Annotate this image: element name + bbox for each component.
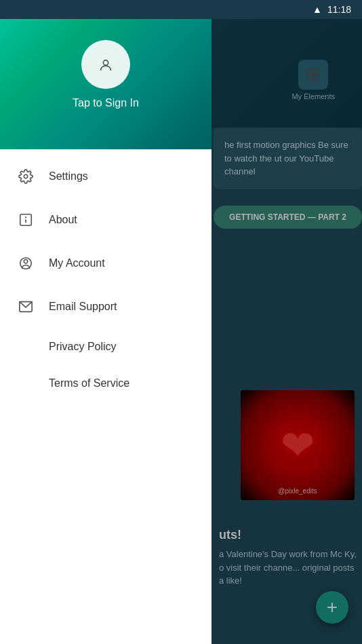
sidebar-item-settings[interactable]: Settings xyxy=(0,155,212,198)
avatar-person-icon xyxy=(98,50,113,79)
sidebar-item-email-support[interactable]: Email Support xyxy=(0,285,212,328)
about-label: About xyxy=(49,214,77,226)
svg-point-5 xyxy=(24,174,28,178)
info-icon xyxy=(16,210,35,229)
sidebar-item-my-account[interactable]: My Account xyxy=(0,242,212,285)
avatar[interactable] xyxy=(81,40,130,89)
sidebar-item-terms-of-service[interactable]: Terms of Service xyxy=(0,365,212,402)
settings-label: Settings xyxy=(49,170,88,183)
status-bar: ▲ 11:18 xyxy=(0,0,362,19)
wifi-icon: ▲ xyxy=(313,4,322,15)
my-account-label: My Account xyxy=(49,257,105,269)
privacy-policy-label: Privacy Policy xyxy=(49,341,117,352)
sidebar-item-about[interactable]: About xyxy=(0,198,212,242)
email-support-label: Email Support xyxy=(49,301,117,313)
gear-icon xyxy=(16,167,35,186)
time: 11:18 xyxy=(327,4,351,15)
sidebar-item-privacy-policy[interactable]: Privacy Policy xyxy=(0,328,212,365)
drawer-header[interactable]: Tap to Sign In xyxy=(0,0,212,149)
sign-in-label: Tap to Sign In xyxy=(73,97,139,109)
svg-point-4 xyxy=(103,60,108,65)
drawer: Tap to Sign In Settings About xyxy=(0,0,212,644)
drawer-menu: Settings About My Account xyxy=(0,149,212,644)
terms-of-service-label: Terms of Service xyxy=(49,377,129,389)
email-icon xyxy=(16,297,35,316)
person-circle-icon xyxy=(16,254,35,273)
svg-point-10 xyxy=(24,260,28,264)
